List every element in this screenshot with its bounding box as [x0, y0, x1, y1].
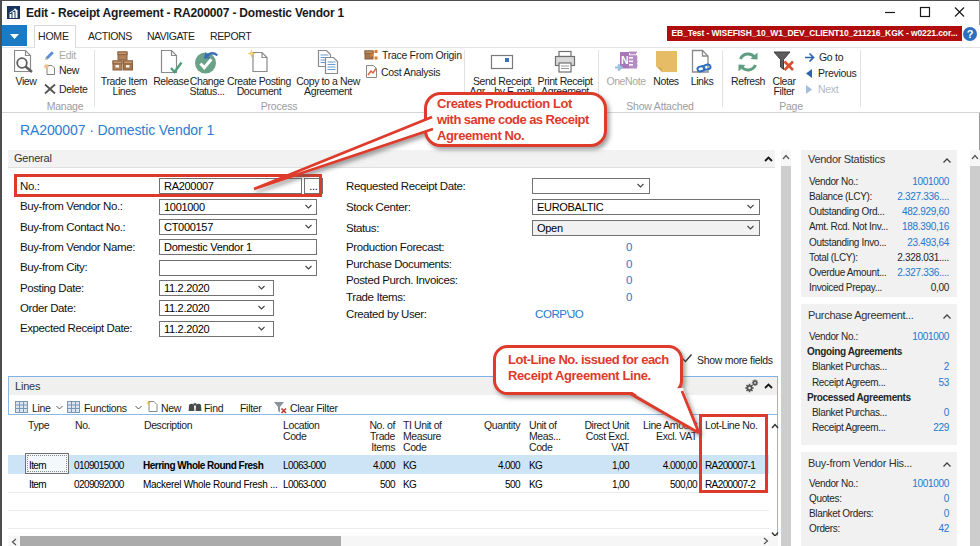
svg-text:Lot-Line No. issued for each: Lot-Line No. issued for each — [508, 352, 669, 367]
svg-text:with same code as Receipt: with same code as Receipt — [436, 112, 590, 127]
svg-text:Receipt Agreement Line.: Receipt Agreement Line. — [508, 368, 651, 383]
svg-text:Agreement No.: Agreement No. — [437, 128, 524, 143]
svg-text:Creates Production Lot: Creates Production Lot — [437, 96, 573, 111]
